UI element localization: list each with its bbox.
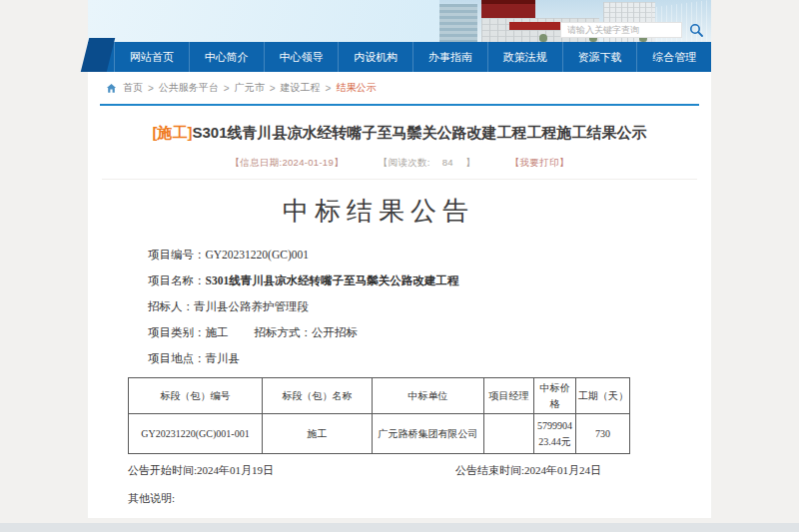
building-red-banner [509,22,561,30]
home-icon [106,83,117,94]
field-label: 招标方式： [255,326,313,338]
breadcrumb-divider [100,104,699,106]
notice-period: 公告开始时间:2024年01月19日 公告结束时间:2024年01月24日 [128,463,629,478]
breadcrumb-item-home[interactable]: 首页 [123,81,143,95]
breadcrumb-separator: > [148,83,154,94]
bid-result-table: 标段（包）编号 标段（包）名称 中标单位 项目经理 中标价格 工期（天） GY2… [128,377,630,454]
notice-end-time: 公告结束时间:2024年01月24日 [455,463,601,478]
article-category-tag: [施工] [152,124,192,141]
cell-section-number: GY20231220(GC)001-001 [129,414,263,454]
field-value: 施工 [206,326,229,338]
search-input[interactable] [560,22,682,38]
field-value: GY20231220(GC)001 [206,249,310,261]
info-date: 【信息日期:2024-01-19】 [231,157,344,168]
building-glass [439,4,477,42]
nav-item-policies[interactable]: 政策法规 [487,42,562,72]
field-label: 项目编号： [148,249,206,261]
view-count-value: 84 [442,157,453,168]
search-bar [560,22,703,38]
breadcrumb-separator: > [224,83,230,94]
field-label: 项目地点： [148,352,206,364]
breadcrumb-item-platform[interactable]: 公共服务平台 [159,81,219,95]
article-meta: 【信息日期:2024-01-19】 【阅读次数:84】 【我要打印】 [88,157,711,170]
field-value: 青川县 [206,352,241,364]
field-category-method: 项目类别：施工招标方式：公开招标 [148,325,629,340]
table-header-row: 标段（包）编号 标段（包）名称 中标单位 项目经理 中标价格 工期（天） [129,378,630,414]
field-label: 项目类别： [148,326,206,338]
notice-start-time: 公告开始时间:2024年01月19日 [128,463,274,478]
nav-item-management[interactable]: 综合管理 [636,42,711,72]
nav-left-decoration [81,38,115,72]
col-bid-price: 中标价格 [534,378,576,414]
field-label: 招标人： [148,300,194,312]
field-label: 项目名称： [148,274,206,286]
field-location: 项目地点：青川县 [148,351,629,366]
building-red-sign [481,0,535,18]
field-value: 青川县公路养护管理段 [194,300,309,312]
cell-winning-bidder: 广元路桥集团有限公司 [373,414,484,454]
cell-section-name: 施工 [263,414,373,454]
field-value: S301线青川县凉水经转嘴子至马鬃关公路改建工程 [206,274,459,286]
field-value: 公开招标 [312,326,358,338]
col-section-number: 标段（包）编号 [129,378,263,414]
page-container: 网站首页 中心简介 中心领导 内设机构 办事指南 政策法规 资源下载 综合管理 … [88,0,711,518]
col-winning-bidder: 中标单位 [373,378,484,414]
header-banner [88,0,711,42]
nav-item-about[interactable]: 中心简介 [189,42,264,72]
breadcrumb-item-city[interactable]: 广元市 [235,81,265,95]
breadcrumb-item-results-current: 结果公示 [336,81,376,95]
nav-item-home[interactable]: 网站首页 [114,42,189,72]
search-icon[interactable] [689,23,703,37]
tree [539,34,547,42]
field-project-number: 项目编号：GY20231220(GC)001 [148,248,629,263]
announcement-body: 中标结果公告 项目编号：GY20231220(GC)001 项目名称：S301线… [128,194,629,506]
nav-item-downloads[interactable]: 资源下载 [562,42,637,72]
nav-item-guide[interactable]: 办事指南 [412,42,487,72]
view-count-close: 】 [465,157,475,168]
col-section-name: 标段（包）名称 [263,378,373,414]
nav-item-departments[interactable]: 内设机构 [338,42,412,72]
page-bottom-band [0,523,799,532]
table-row: GY20231220(GC)001-001 施工 广元路桥集团有限公司 5799… [129,414,630,454]
field-tenderer: 招标人：青川县公路养护管理段 [148,299,629,314]
breadcrumb-separator: > [326,83,332,94]
cell-bid-price: 579990423.44元 [534,414,576,454]
announcement-heading: 中标结果公告 [128,194,629,229]
article-title-text: S301线青川县凉水经转嘴子至马鬃关公路改建工程工程施工结果公示 [192,124,646,141]
view-count: 【阅读次数:84】 [379,157,475,168]
other-notes: 其他说明: [128,491,629,506]
breadcrumb-separator: > [270,83,276,94]
print-button[interactable]: 【我要打印】 [510,157,569,168]
nav-item-leaders[interactable]: 中心领导 [264,42,339,72]
col-project-manager: 项目经理 [484,378,534,414]
view-count-label: 【阅读次数: [379,157,430,168]
main-nav: 网站首页 中心简介 中心领导 内设机构 办事指南 政策法规 资源下载 综合管理 [88,42,711,72]
breadcrumb: 首页 > 公共服务平台 > 广元市 > 建设工程 > 结果公示 [88,72,711,104]
field-project-name: 项目名称：S301线青川县凉水经转嘴子至马鬃关公路改建工程 [148,273,629,288]
article-title: [施工]S301线青川县凉水经转嘴子至马鬃关公路改建工程工程施工结果公示 [118,121,681,144]
breadcrumb-item-construction[interactable]: 建设工程 [281,81,321,95]
col-duration: 工期（天） [576,378,630,414]
cell-duration: 730 [576,414,630,454]
cell-project-manager [484,414,534,454]
meta-divider [102,179,697,180]
